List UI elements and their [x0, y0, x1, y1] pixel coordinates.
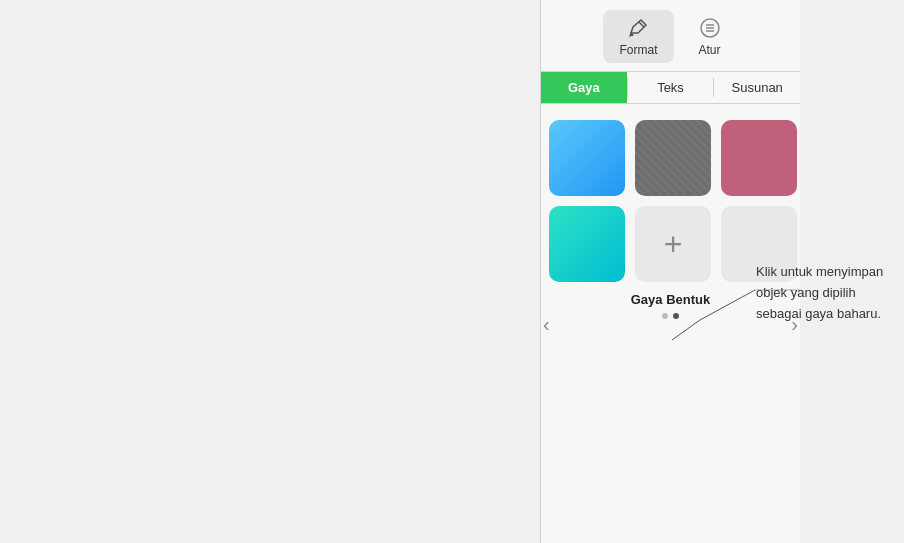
section-label: Gaya Bentuk [631, 292, 710, 307]
style-grid: + [549, 120, 797, 282]
nav-right-arrow[interactable]: › [791, 312, 798, 335]
style-cell-teal[interactable] [549, 206, 625, 282]
left-panel [0, 0, 540, 543]
style-grid-area: ‹ + › Gaya Bentuk [541, 104, 800, 543]
style-cell-gray[interactable] [635, 120, 711, 196]
format-label: Format [619, 43, 657, 57]
toolbar: Format Atur [541, 0, 800, 72]
right-panel: Format Atur Gaya Te [540, 0, 800, 543]
style-cell-empty[interactable] [721, 206, 797, 282]
nav-left-arrow[interactable]: ‹ [543, 312, 550, 335]
atur-label: Atur [698, 43, 720, 57]
atur-icon [698, 16, 722, 40]
page-dots [662, 313, 679, 319]
atur-button[interactable]: Atur [682, 10, 738, 63]
dot-2 [673, 313, 679, 319]
tab-gaya[interactable]: Gaya [541, 72, 627, 103]
format-icon [626, 16, 650, 40]
format-button[interactable]: Format [603, 10, 673, 63]
style-cell-blue[interactable] [549, 120, 625, 196]
tabs: Gaya Teks Susunan [541, 72, 800, 104]
tab-susunan[interactable]: Susunan [714, 72, 800, 103]
main-container: Format Atur Gaya Te [0, 0, 904, 543]
dot-1 [662, 313, 668, 319]
style-cell-pink[interactable] [721, 120, 797, 196]
tab-teks[interactable]: Teks [628, 72, 714, 103]
style-cell-add[interactable]: + [635, 206, 711, 282]
